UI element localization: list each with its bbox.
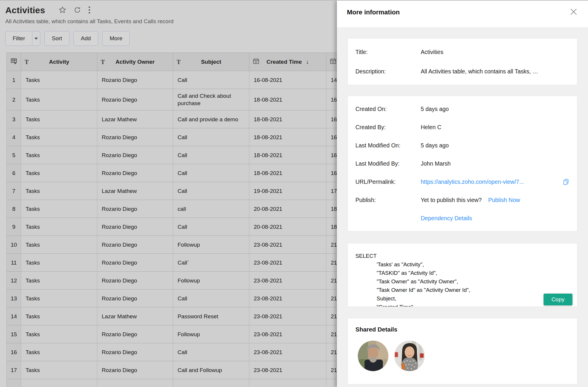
cell-created-time[interactable]: 23-08-2021 [249, 290, 326, 307]
cell-activity[interactable]: Tasks [21, 89, 97, 110]
copy-query-button[interactable]: Copy [544, 294, 572, 305]
cell-subject[interactable]: Call [173, 218, 249, 236]
cell-created-time[interactable]: 23-08-2021 [249, 254, 326, 272]
cell-activity-owner[interactable]: Rozario Diego [97, 71, 173, 89]
row-number[interactable]: 11 [7, 254, 21, 272]
cell-activity[interactable]: Tasks [21, 361, 97, 379]
cell-activity[interactable]: Tasks [21, 325, 97, 343]
cell-activity-owner[interactable]: Rozario Diego [97, 343, 173, 361]
cell-subject[interactable]: Followup [173, 236, 249, 254]
cell-subject[interactable]: Call [173, 290, 249, 307]
dependency-details-link[interactable]: Dependency Details [421, 215, 472, 222]
cell-created-time[interactable]: 18-08-2021 [249, 146, 326, 164]
cell-created-time[interactable]: 23-08-2021 [249, 325, 326, 343]
row-number[interactable]: 14 [7, 307, 21, 325]
cell-subject[interactable]: Followup [173, 325, 249, 343]
cell-subject[interactable]: Password Reset [173, 307, 249, 325]
cell-activity[interactable]: Tasks [21, 71, 97, 89]
cell-activity[interactable]: Tasks [21, 164, 97, 182]
cell-activity-owner[interactable]: Rozario Diego [97, 272, 173, 290]
copy-url-button[interactable] [562, 178, 569, 185]
cell-created-time[interactable]: 23-08-2021 [249, 236, 326, 254]
cell-activity[interactable]: Tasks [21, 146, 97, 164]
row-number[interactable]: 10 [7, 236, 21, 254]
cell-activity[interactable]: Tasks [21, 182, 97, 200]
row-number[interactable]: 2 [7, 89, 21, 110]
cell-activity-owner[interactable]: Lazar Mathew [97, 110, 173, 128]
cell-activity[interactable]: Tasks [21, 272, 97, 290]
more-options-button[interactable] [88, 6, 91, 15]
cell-activity-owner[interactable]: Rozario Diego [97, 254, 173, 272]
cell-subject[interactable]: Call [173, 146, 249, 164]
select-all-header[interactable] [7, 53, 21, 71]
cell-activity-owner[interactable]: Rozario Diego [97, 236, 173, 254]
cell-activity-owner[interactable]: Rozario Diego [97, 290, 173, 307]
filter-dropdown-button[interactable] [32, 31, 40, 46]
cell-activity[interactable]: Tasks [21, 218, 97, 236]
cell-activity-owner[interactable]: Rozario Diego [97, 146, 173, 164]
cell-activity[interactable]: Tasks [21, 236, 97, 254]
cell-subject[interactable]: Call [173, 164, 249, 182]
cell-subject[interactable]: Followup [173, 272, 249, 290]
cell-activity[interactable]: Tasks [21, 343, 97, 361]
empty-cell[interactable] [173, 379, 249, 387]
column-header-created-time[interactable]: 17 Created Time↓ [249, 53, 326, 71]
cell-subject[interactable]: Call and provide a demo [173, 110, 249, 128]
cell-created-time[interactable]: 20-08-2021 [249, 200, 326, 218]
cell-subject[interactable]: Call [173, 128, 249, 146]
cell-subject[interactable]: call [173, 200, 249, 218]
avatar[interactable] [358, 341, 388, 371]
cell-subject[interactable]: Call` [173, 254, 249, 272]
cell-created-time[interactable]: 18-08-2021 [249, 164, 326, 182]
close-panel-button[interactable] [568, 6, 579, 18]
cell-activity-owner[interactable]: Rozario Diego [97, 218, 173, 236]
cell-activity-owner[interactable]: Rozario Diego [97, 128, 173, 146]
column-header-subject[interactable]: T Subject [173, 53, 249, 71]
avatar[interactable] [394, 341, 425, 371]
cell-activity-owner[interactable]: Rozario Diego [97, 325, 173, 343]
row-number[interactable]: 12 [7, 272, 21, 290]
cell-created-time[interactable]: 23-08-2021 [249, 272, 326, 290]
more-button[interactable]: More [102, 31, 130, 46]
cell-created-time[interactable]: 23-08-2021 [249, 361, 326, 379]
row-number[interactable]: 4 [7, 128, 21, 146]
row-number[interactable]: 8 [7, 200, 21, 218]
cell-subject[interactable]: Call [173, 343, 249, 361]
row-number[interactable]: 3 [7, 110, 21, 128]
cell-created-time[interactable]: 23-08-2021 [249, 343, 326, 361]
empty-cell[interactable] [249, 379, 326, 387]
cell-activity[interactable]: Tasks [21, 110, 97, 128]
cell-subject[interactable]: Call and Followup [173, 361, 249, 379]
cell-activity[interactable]: Tasks [21, 307, 97, 325]
cell-activity[interactable]: Tasks [21, 290, 97, 307]
row-number[interactable]: 17 [7, 361, 21, 379]
publish-now-link[interactable]: Publish Now [488, 196, 520, 203]
row-number[interactable]: 1 [7, 71, 21, 89]
cell-activity[interactable]: Tasks [21, 200, 97, 218]
cell-activity-owner[interactable]: Rozario Diego [97, 200, 173, 218]
cell-subject[interactable]: Call [173, 71, 249, 89]
cell-activity-owner[interactable]: Rozario Diego [97, 164, 173, 182]
cell-created-time[interactable]: 18-08-2021 [249, 128, 326, 146]
row-number[interactable]: 9 [7, 218, 21, 236]
sort-button[interactable]: Sort [44, 31, 69, 46]
cell-subject[interactable]: Call and Check about purchase [173, 89, 249, 110]
empty-cell[interactable] [97, 379, 173, 387]
cell-created-time[interactable]: 16-08-2021 [249, 71, 326, 89]
row-number[interactable]: 13 [7, 290, 21, 307]
column-header-activity-owner[interactable]: T Activity Owner [97, 53, 173, 71]
cell-activity[interactable]: Tasks [21, 254, 97, 272]
permalink-url[interactable]: https://analytics.zoho.com/open-view/7..… [421, 178, 524, 185]
cell-activity[interactable]: Tasks [21, 128, 97, 146]
row-number[interactable] [7, 379, 21, 387]
cell-created-time[interactable]: 20-08-2021 [249, 218, 326, 236]
refresh-button[interactable] [74, 6, 81, 15]
row-number[interactable]: 5 [7, 146, 21, 164]
column-header-activity[interactable]: T Activity [21, 53, 97, 71]
cell-activity-owner[interactable]: Lazar Mathew [97, 182, 173, 200]
row-number[interactable]: 16 [7, 343, 21, 361]
cell-activity-owner[interactable]: Lazar Mathew [97, 307, 173, 325]
favorite-button[interactable] [59, 6, 66, 15]
row-number[interactable]: 15 [7, 325, 21, 343]
cell-activity-owner[interactable]: Rozario Diego [97, 361, 173, 379]
